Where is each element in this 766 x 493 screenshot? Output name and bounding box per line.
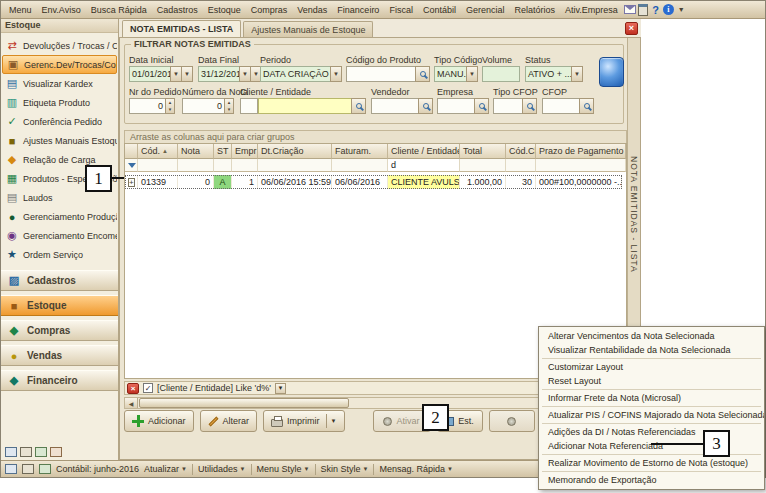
column-header-prazo[interactable]: Prazo de Pagamento: [536, 144, 626, 159]
menu-item-vendas[interactable]: Vendas: [292, 3, 332, 17]
menu-item-env-aviso[interactable]: Env.Aviso: [37, 3, 86, 17]
chevron-down-icon[interactable]: ▼: [275, 383, 286, 394]
mail-icon[interactable]: [624, 3, 636, 17]
menu-item-relatorios[interactable]: Relatórios: [509, 3, 560, 17]
sidebar-item-devolucoes[interactable]: ⇄Devoluções / Trocas / Con...: [2, 36, 117, 55]
keyboard-icon[interactable]: [20, 447, 32, 457]
expand-row-icon[interactable]: +: [128, 178, 135, 187]
tools-icon[interactable]: [50, 447, 62, 457]
computer-icon[interactable]: [5, 464, 17, 474]
execute-filter-button[interactable]: [599, 57, 624, 87]
filter-cell-cod[interactable]: [138, 159, 178, 172]
alterar-button[interactable]: Alterar: [200, 410, 258, 432]
menu-item-adicoes-di[interactable]: Adições da DI / Notas Referenciadas: [539, 425, 764, 439]
menu-item-busca-rapida[interactable]: Busca Rápida: [86, 3, 152, 17]
active-filter-text[interactable]: [Cliente / Entidade] Like 'd%': [157, 383, 271, 393]
volume-input[interactable]: [482, 66, 520, 82]
filter-cell-faturam[interactable]: [332, 159, 388, 172]
menu-item-fiscal[interactable]: Fiscal: [384, 3, 418, 17]
menu-item-memorando-exportacao[interactable]: Memorando de Exportação: [539, 473, 764, 487]
scroll-left-icon[interactable]: ◀: [125, 398, 138, 408]
search-icon[interactable]: [351, 98, 366, 114]
search-icon[interactable]: [579, 98, 594, 114]
sidebar-section-vendas[interactable]: ●Vendas: [1, 345, 118, 366]
sidebar-item-etiqueta[interactable]: ▥Etiqueta Produto: [2, 93, 117, 112]
cliente-nome-input[interactable]: [258, 98, 352, 114]
menu-item-reset-layout[interactable]: Reset Layout: [539, 374, 764, 388]
chevron-down-icon[interactable]: ▼: [326, 414, 337, 428]
filter-cell-dt-criacao[interactable]: [258, 159, 332, 172]
cfop-input[interactable]: [542, 98, 580, 114]
filter-cell-total[interactable]: [460, 159, 506, 172]
menu-item-realizar-estorno[interactable]: Realizar Movimento de Estorno de Nota (e…: [539, 456, 764, 470]
filter-cell-cliente[interactable]: d: [388, 159, 460, 172]
imprimir-button[interactable]: Imprimir▼: [263, 410, 344, 432]
tipo-codigo-select[interactable]: MANU...: [434, 66, 467, 82]
column-header-empr[interactable]: Empr: [232, 144, 258, 159]
menu-item-visualizar-rentabilidade[interactable]: Visualizar Rentabilidade da Nota Selecio…: [539, 343, 764, 357]
periodo-select[interactable]: DATA CRIAÇÃO: [260, 66, 331, 82]
table-row[interactable]: + 01339 0 A 1 06/06/2016 15:59 06/06/201…: [125, 175, 622, 189]
filter-cell-st[interactable]: [214, 159, 232, 172]
menu-item-contabil[interactable]: Contábil: [418, 3, 461, 17]
menu-item-adicionar-nota-referenciada[interactable]: Adicionar Nota Referenciada: [539, 439, 764, 453]
menu-item-financeiro[interactable]: Financeiro: [332, 3, 384, 17]
column-header-cod[interactable]: Cód.▲: [138, 144, 178, 159]
filter-cell-empr[interactable]: [232, 159, 258, 172]
utilidades-dropdown[interactable]: Utilidades▼: [198, 464, 245, 474]
search-icon[interactable]: [415, 66, 430, 82]
sidebar-item-kardex[interactable]: ▤Visualizar Kardex: [2, 74, 117, 93]
spinner-icon[interactable]: ▴▾: [224, 98, 234, 114]
column-header-nota[interactable]: Nota: [178, 144, 214, 159]
menu-item-estoque[interactable]: Estoque: [203, 3, 246, 17]
filter-cell-cod-cli[interactable]: [506, 159, 536, 172]
sidebar-section-estoque[interactable]: ■Estoque: [1, 295, 118, 316]
search-icon[interactable]: [474, 98, 489, 114]
menu-item-customizar-layout[interactable]: Customizar Layout: [539, 360, 764, 374]
empresa-input[interactable]: [437, 98, 475, 114]
menu-item-gerencial[interactable]: Gerencial: [461, 3, 510, 17]
codigo-produto-input[interactable]: [346, 66, 416, 82]
column-header-dt-criacao[interactable]: Dt.Criação: [258, 144, 332, 159]
status-select[interactable]: ATIVO + ...: [525, 66, 572, 82]
menu-item-alterar-vencimentos[interactable]: Alterar Vencimentos da Nota Selecionada: [539, 329, 764, 343]
search-icon[interactable]: [522, 98, 537, 114]
sidebar-item-conferencia[interactable]: ✓Conferência Pedido: [2, 112, 117, 131]
filter-checkbox[interactable]: ✓: [143, 383, 153, 393]
scrollbar-thumb[interactable]: [139, 398, 349, 408]
close-icon[interactable]: ×: [625, 22, 638, 35]
clear-filter-button[interactable]: ×: [127, 383, 139, 394]
info-icon[interactable]: i: [663, 3, 674, 17]
nr-pedido-input[interactable]: 0: [129, 98, 166, 114]
menu-item-compras[interactable]: Compras: [246, 3, 293, 17]
column-header-cod-cli[interactable]: Cód.Cli: [506, 144, 536, 159]
calendar-icon[interactable]: ▼: [181, 66, 193, 82]
mensag-rapida-dropdown[interactable]: Mensag. Rápida▼: [379, 464, 453, 474]
column-header-total[interactable]: Total: [460, 144, 506, 159]
menu-item-ativ-empresa[interactable]: Ativ.Empresa: [560, 3, 623, 17]
menu-item-informar-frete[interactable]: Informar Frete da Nota (Microsal): [539, 391, 764, 405]
covered-button[interactable]: [489, 410, 535, 432]
cliente-codigo-input[interactable]: [240, 98, 258, 114]
menu-item-menu[interactable]: Menu: [4, 3, 37, 17]
calculator-icon[interactable]: [638, 3, 649, 17]
vendedor-input[interactable]: [371, 98, 419, 114]
column-header-cliente[interactable]: Cliente / Entidade: [388, 144, 460, 159]
network-icon[interactable]: [35, 447, 47, 457]
monitor-icon[interactable]: [5, 447, 17, 457]
chevron-down-icon[interactable]: ▼: [466, 66, 478, 82]
data-final-input[interactable]: 31/12/2016: [198, 66, 240, 82]
sidebar-item-ajustes[interactable]: ■Ajustes Manuais Estoque: [2, 131, 117, 150]
data-inicial-input[interactable]: 01/01/2016: [129, 66, 171, 82]
numero-nota-input[interactable]: 0: [182, 98, 225, 114]
adicionar-button[interactable]: Adicionar: [124, 410, 194, 432]
group-by-panel[interactable]: Arraste as colunas aqui para criar grupo…: [124, 130, 627, 143]
tab-ajustes-manuais-estoque[interactable]: Ajustes Manuais de Estoque: [243, 21, 373, 37]
filter-cell-prazo[interactable]: [536, 159, 626, 172]
menu-item-atualizar-pis-cofins[interactable]: Atualizar PIS / COFINS Majorado da Nota …: [539, 408, 764, 422]
connection-icon[interactable]: [39, 464, 51, 474]
sidebar-item-gerenc-dev[interactable]: ▣Gerenc.Dev/Trocas/Cons.: [2, 55, 117, 74]
atualizar-dropdown[interactable]: Atualizar▼: [144, 464, 187, 474]
menu-item-cadastros[interactable]: Cadastros: [152, 3, 203, 17]
sidebar-item-producao[interactable]: ●Gerenciamento Produção: [2, 207, 117, 226]
